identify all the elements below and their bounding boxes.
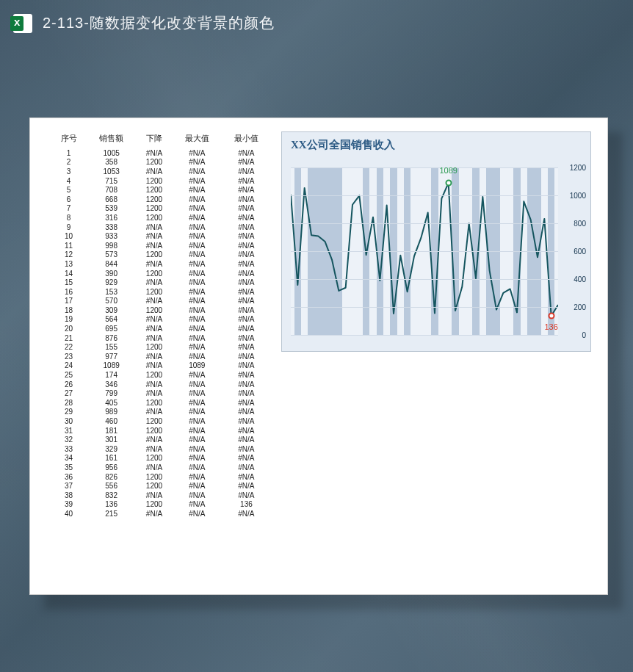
table-row: 183091200#N/A#N/A [51, 306, 271, 315]
table-cell: #N/A [173, 352, 222, 361]
table-cell: 19 [51, 315, 87, 325]
table-cell: 35 [51, 463, 87, 472]
table-cell: #N/A [173, 315, 222, 325]
table-cell: 1200 [136, 185, 173, 195]
table-cell: 36 [51, 472, 87, 482]
chart-max-label: 1089 [439, 166, 457, 175]
table-cell: 1200 [136, 204, 173, 214]
table-row: 40215#N/A#N/A#N/A [51, 509, 271, 519]
table-cell: #N/A [136, 148, 173, 158]
table-cell: 1200 [136, 176, 173, 186]
chart-gridline [291, 251, 558, 252]
table-cell: #N/A [173, 472, 222, 482]
table-cell: 155 [87, 342, 136, 352]
chart-y-tick-label: 200 [574, 303, 586, 311]
table-cell: 1200 [136, 269, 173, 278]
table-cell: 573 [87, 250, 136, 260]
chart-gridline [291, 223, 558, 224]
table-cell: 5 [51, 185, 87, 195]
table-cell: #N/A [136, 333, 173, 343]
table-row: 31053#N/A#N/A#N/A [51, 167, 271, 176]
table-cell: 1200 [136, 213, 173, 223]
table-cell: 1200 [136, 370, 173, 380]
table-cell: 31 [51, 426, 87, 436]
table-cell: #N/A [222, 324, 271, 333]
table-cell: 10 [51, 231, 87, 241]
table-cell: #N/A [136, 297, 173, 306]
table-cell: #N/A [222, 416, 271, 426]
table-cell: #N/A [222, 204, 271, 214]
table-cell: 1200 [136, 416, 173, 426]
table-cell: 29 [51, 408, 87, 417]
table-cell: #N/A [222, 287, 271, 297]
table-cell: #N/A [222, 223, 271, 232]
table-cell: 832 [87, 491, 136, 500]
table-cell: #N/A [173, 370, 222, 380]
table-header: 最小值 [222, 131, 271, 148]
table-cell: #N/A [136, 463, 173, 472]
table-row: 284051200#N/A#N/A [51, 398, 271, 408]
table-row: 47151200#N/A#N/A [51, 176, 271, 186]
table-header: 销售额 [87, 131, 136, 148]
table-cell: #N/A [222, 278, 271, 287]
table-row: 375561200#N/A#N/A [51, 481, 271, 491]
table-cell: #N/A [136, 259, 173, 269]
table-cell: 1200 [136, 287, 173, 297]
table-cell: 37 [51, 481, 87, 491]
table-cell: 460 [87, 416, 136, 426]
table-row: 23977#N/A#N/A#N/A [51, 352, 271, 361]
table-cell: 15 [51, 278, 87, 287]
table-cell: #N/A [136, 324, 173, 333]
table-cell: #N/A [173, 158, 222, 167]
table-cell: 7 [51, 204, 87, 214]
table-cell: #N/A [222, 176, 271, 186]
table-cell: 989 [87, 408, 136, 417]
table-cell: 715 [87, 176, 136, 186]
table-cell: #N/A [136, 231, 173, 241]
table-row: 368261200#N/A#N/A [51, 472, 271, 482]
table-cell: 17 [51, 297, 87, 306]
table-cell: #N/A [173, 491, 222, 500]
table-row: 311811200#N/A#N/A [51, 426, 271, 436]
table-cell: #N/A [136, 223, 173, 232]
table-cell: 1200 [136, 342, 173, 352]
table-cell: #N/A [173, 223, 222, 232]
table-row: 10933#N/A#N/A#N/A [51, 231, 271, 241]
table-cell: 564 [87, 315, 136, 325]
table-row: 32301#N/A#N/A#N/A [51, 435, 271, 444]
table-cell: #N/A [173, 463, 222, 472]
table-cell: #N/A [222, 250, 271, 260]
table-cell: 34 [51, 454, 87, 463]
table-cell: 933 [87, 231, 136, 241]
table-cell: #N/A [173, 287, 222, 297]
table-cell: 1005 [87, 148, 136, 158]
table-cell: #N/A [173, 333, 222, 343]
table-cell: #N/A [222, 297, 271, 306]
table-cell: #N/A [136, 278, 173, 287]
table-row: 66681200#N/A#N/A [51, 195, 271, 204]
table-row: 33329#N/A#N/A#N/A [51, 444, 271, 454]
table-cell: #N/A [173, 435, 222, 444]
table-cell: #N/A [173, 380, 222, 389]
table-row: 21876#N/A#N/A#N/A [51, 333, 271, 343]
table-cell: #N/A [136, 380, 173, 389]
table-cell: 215 [87, 509, 136, 519]
excel-icon [13, 14, 32, 33]
chart-gridline [291, 195, 558, 196]
chart-y-tick-label: 1000 [570, 191, 586, 199]
table-cell: 539 [87, 204, 136, 214]
table-cell: #N/A [173, 176, 222, 186]
table-cell: 570 [87, 297, 136, 306]
chart-gridline [291, 307, 558, 308]
table-cell: 1053 [87, 167, 136, 176]
table-row: 391361200#N/A136 [51, 500, 271, 510]
table-cell: #N/A [222, 195, 271, 204]
table-cell: 556 [87, 481, 136, 491]
worksheet: 序号销售额下降最大值最小值 11005#N/A#N/A#N/A23581200#… [29, 118, 608, 595]
table-cell: 1200 [136, 158, 173, 167]
table-cell: #N/A [222, 315, 271, 325]
table-cell: #N/A [173, 426, 222, 436]
table-cell: 9 [51, 223, 87, 232]
table-cell: 32 [51, 435, 87, 444]
table-row: 221551200#N/A#N/A [51, 342, 271, 352]
